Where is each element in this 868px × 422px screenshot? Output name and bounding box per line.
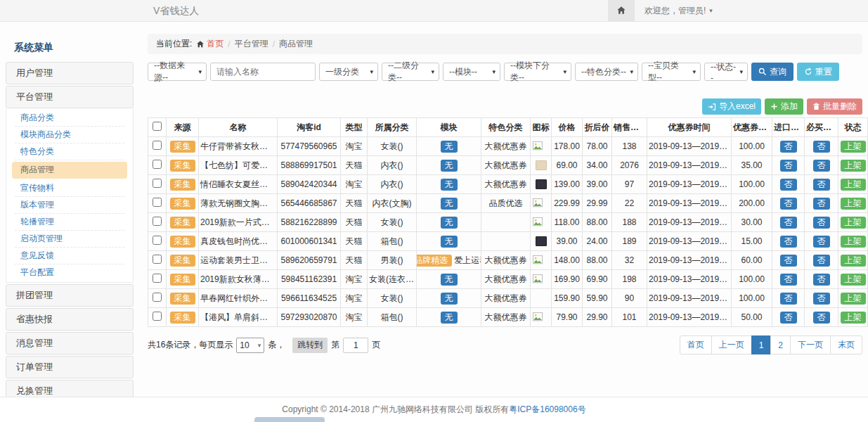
page-1[interactable]: 1 <box>751 335 772 354</box>
sidebar-subitem-version[interactable]: 版本管理 <box>15 197 124 214</box>
row-checkbox[interactable] <box>153 141 162 150</box>
sidebar-item-users[interactable]: 用户管理 <box>6 62 134 84</box>
import-excel-button[interactable]: 导入excel <box>702 98 761 115</box>
row-checkbox[interactable] <box>153 274 162 283</box>
sidebar-subitem-splash-page[interactable]: 启动页管理 <box>15 231 124 248</box>
status-toggle-button[interactable]: 上架 <box>841 293 866 305</box>
filter-select-4[interactable]: --模块--▾ <box>443 63 500 81</box>
must-buy-toggle[interactable]: 否 <box>813 274 830 286</box>
taoke-id-cell: 588216228899 <box>278 213 341 232</box>
import-select-toggle[interactable]: 否 <box>780 217 797 229</box>
column-header-14: 进口优选 <box>772 118 805 137</box>
sidebar-subitem-feedback[interactable]: 意见反馈 <box>15 248 124 264</box>
type-cell: 天猫 <box>341 194 368 213</box>
import-select-toggle[interactable]: 否 <box>780 198 797 210</box>
sidebar: 系统菜单 用户管理平台管理商品分类模块商品分类特色分类商品管理宣传物料版本管理轮… <box>6 39 134 422</box>
coupon-amount-cell: 50.00 <box>732 308 772 327</box>
jump-button[interactable]: 跳转到 <box>292 338 328 353</box>
status-toggle-button[interactable]: 上架 <box>841 236 866 248</box>
status-toggle-button[interactable]: 上架 <box>841 217 866 229</box>
page-next[interactable]: 下一页 <box>790 335 831 354</box>
must-buy-toggle[interactable]: 否 <box>813 217 830 229</box>
filter-select-6[interactable]: --特色分类--▾ <box>575 63 638 81</box>
add-button[interactable]: 添加 <box>765 98 803 115</box>
filter-select-8[interactable]: --状态--▾ <box>704 63 748 81</box>
chevron-down-icon: ▾ <box>370 68 373 75</box>
row-checkbox[interactable] <box>153 236 162 245</box>
status-toggle-button[interactable]: 上架 <box>841 255 866 267</box>
sidebar-subitem-carousel[interactable]: 轮播管理 <box>15 214 124 231</box>
home-button[interactable] <box>608 0 635 21</box>
filter-select-3[interactable]: --二级分类--▾ <box>382 63 439 81</box>
sidebar-subitem-module-goods-category[interactable]: 模块商品分类 <box>15 127 124 143</box>
module-badge: 无 <box>441 141 458 153</box>
price-cell: 69.00 <box>552 156 583 175</box>
sidebar-item-express-news[interactable]: 省惠快报 <box>6 308 134 331</box>
status-toggle-button[interactable]: 上架 <box>841 160 866 172</box>
sidebar-item-group-buy[interactable]: 拼团管理 <box>6 284 134 307</box>
must-buy-toggle[interactable]: 否 <box>813 255 830 267</box>
reset-button[interactable]: 重置 <box>797 63 839 81</box>
import-select-toggle[interactable]: 否 <box>780 179 797 191</box>
sidebar-item-messages[interactable]: 消息管理 <box>6 332 134 354</box>
sidebar-subitem-goods-category[interactable]: 商品分类 <box>15 110 124 127</box>
import-select-toggle[interactable]: 否 <box>780 141 797 153</box>
query-button[interactable]: 查询 <box>751 63 793 81</box>
status-toggle-button[interactable]: 上架 <box>841 141 866 153</box>
row-checkbox[interactable] <box>153 160 162 169</box>
must-buy-toggle[interactable]: 否 <box>813 293 830 305</box>
import-select-toggle[interactable]: 否 <box>780 274 797 286</box>
import-select-toggle[interactable]: 否 <box>780 236 797 248</box>
sidebar-item-platform[interactable]: 平台管理 <box>6 86 134 108</box>
import-select-toggle[interactable]: 否 <box>780 160 797 172</box>
icp-link[interactable]: 粤ICP备16098006号 <box>509 404 585 416</box>
page-2[interactable]: 2 <box>770 335 791 354</box>
batch-delete-button[interactable]: 批量删除 <box>807 98 862 115</box>
module-badge: 无 <box>441 179 458 191</box>
user-menu[interactable]: 欢迎您，管理员! ▾ <box>635 0 713 21</box>
page-first[interactable]: 首页 <box>680 335 712 354</box>
filter-select-0[interactable]: --数据来源--▾ <box>148 63 207 81</box>
product-thumbnail <box>536 160 547 170</box>
page-prefix-label: 第 <box>331 339 339 351</box>
page-last[interactable]: 末页 <box>830 335 862 354</box>
must-buy-toggle[interactable]: 否 <box>813 198 830 210</box>
filter-select-7[interactable]: --宝贝类型--▾ <box>642 63 701 81</box>
import-select-toggle[interactable]: 否 <box>780 293 797 305</box>
import-select-toggle-cell: 否 <box>772 175 805 194</box>
import-select-toggle[interactable]: 否 <box>780 255 797 267</box>
module-cell: 无 <box>418 179 479 191</box>
must-buy-toggle[interactable]: 否 <box>813 160 830 172</box>
sidebar-subitem-promo-materials[interactable]: 宣传物料 <box>15 180 124 197</box>
must-buy-toggle[interactable]: 否 <box>813 179 830 191</box>
category-cell: 男装() <box>368 251 417 270</box>
per-page-unit: 条， <box>268 339 285 351</box>
row-checkbox[interactable] <box>153 179 162 188</box>
row-checkbox[interactable] <box>153 198 162 207</box>
per-page-select[interactable]: 10 ▾ <box>236 338 264 353</box>
sidebar-subitem-goods-management[interactable]: 商品管理 <box>12 162 127 179</box>
row-checkbox[interactable] <box>153 255 162 264</box>
status-toggle-button[interactable]: 上架 <box>841 179 866 191</box>
row-checkbox[interactable] <box>153 293 162 302</box>
must-buy-toggle[interactable]: 否 <box>813 236 830 248</box>
page-number-input[interactable] <box>343 338 368 353</box>
sidebar-subitem-platform-config[interactable]: 平台配置 <box>15 264 124 281</box>
status-toggle-button[interactable]: 上架 <box>841 198 866 210</box>
must-buy-toggle-cell: 否 <box>805 175 838 194</box>
filter-select-2[interactable]: 一级分类▾ <box>319 63 378 81</box>
must-buy-toggle[interactable]: 否 <box>813 141 830 153</box>
row-checkbox[interactable] <box>153 217 162 226</box>
sidebar-subitem-feature-category[interactable]: 特色分类 <box>15 143 124 160</box>
status-toggle-button[interactable]: 上架 <box>841 312 866 324</box>
row-checkbox[interactable] <box>153 312 162 321</box>
page-prev[interactable]: 上一页 <box>711 335 752 354</box>
sidebar-item-orders[interactable]: 订单管理 <box>6 356 134 378</box>
name-search-input[interactable] <box>211 63 315 80</box>
must-buy-toggle[interactable]: 否 <box>813 312 830 324</box>
status-toggle-button[interactable]: 上架 <box>841 274 866 286</box>
select-all-checkbox[interactable] <box>153 122 162 131</box>
import-select-toggle[interactable]: 否 <box>780 312 797 324</box>
breadcrumb-home-link[interactable]: 首页 <box>196 38 224 50</box>
filter-select-5[interactable]: --模块下分类--▾ <box>504 63 571 81</box>
